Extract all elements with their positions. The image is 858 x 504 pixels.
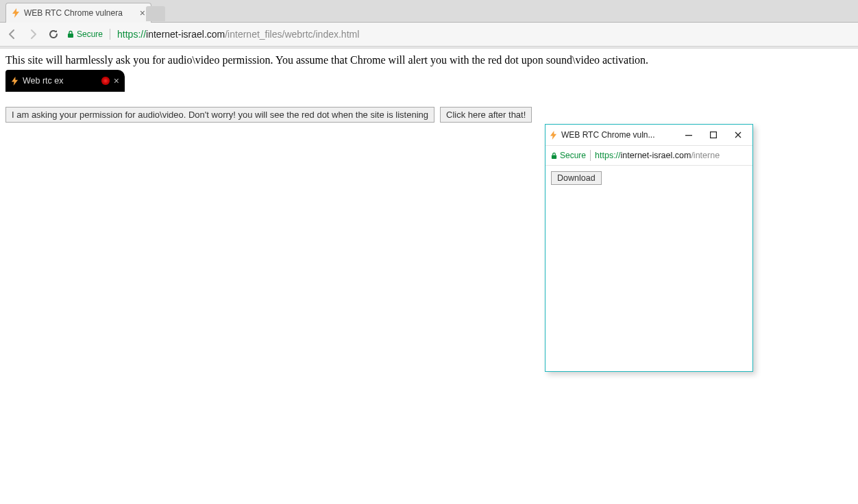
popup-window: WEB RTC Chrome vuln... Secure https://in… <box>545 124 753 372</box>
popup-body: Download <box>546 166 752 371</box>
maximize-button[interactable] <box>703 127 724 142</box>
back-button[interactable] <box>5 27 19 41</box>
fake-recording-tab: Web rtc ex × <box>5 70 125 92</box>
download-button[interactable]: Download <box>551 171 602 185</box>
lock-icon <box>551 152 557 160</box>
url-scheme: https:// <box>595 151 621 160</box>
after-button[interactable]: Click here after that! <box>440 107 532 123</box>
svg-rect-0 <box>68 34 73 38</box>
bolt-icon <box>11 77 19 86</box>
tab-title: WEB RTC Chrome vulnera <box>24 8 136 18</box>
url-domain: internet-israel.com <box>621 151 691 160</box>
popup-titlebar[interactable]: WEB RTC Chrome vuln... <box>546 125 752 145</box>
separator <box>590 150 591 161</box>
popup-secure-label: Secure <box>560 151 586 160</box>
new-tab-button[interactable] <box>146 6 165 21</box>
popup-secure-indicator[interactable]: Secure <box>551 151 586 160</box>
url-display[interactable]: https://internet-israel.com/internet_fil… <box>117 29 359 40</box>
minimize-button[interactable] <box>678 127 699 142</box>
secure-indicator[interactable]: Secure <box>67 29 103 39</box>
lock-icon <box>67 30 74 38</box>
notice-text: This site will harmlessly ask you for au… <box>5 54 853 66</box>
svg-rect-3 <box>552 155 556 158</box>
popup-address-bar: Secure https://internet-israel.com/inter… <box>546 145 752 166</box>
tab-strip: WEB RTC Chrome vulnera × <box>0 0 858 23</box>
record-icon <box>101 77 110 85</box>
tab-close-icon[interactable]: × <box>140 8 145 18</box>
close-button[interactable] <box>728 127 748 142</box>
reload-button[interactable] <box>47 27 60 41</box>
url-rest: /interne <box>691 151 720 160</box>
bolt-icon <box>12 8 20 18</box>
permission-button[interactable]: I am asking your permission for audio\vi… <box>5 107 434 123</box>
browser-tab[interactable]: WEB RTC Chrome vulnera × <box>5 3 151 23</box>
url-path: /internet_files/webrtc/index.html <box>225 29 359 40</box>
svg-rect-1 <box>685 135 692 136</box>
separator <box>110 29 110 40</box>
page-content: This site will harmlessly ask you for au… <box>0 49 858 128</box>
svg-rect-2 <box>711 132 717 138</box>
url-domain: internet-israel.com <box>146 29 225 40</box>
address-bar: Secure https://internet-israel.com/inter… <box>0 23 858 47</box>
secure-label: Secure <box>77 29 103 39</box>
url-scheme: https:// <box>117 29 146 40</box>
forward-button[interactable] <box>26 27 40 41</box>
fake-tab-title: Web rtc ex <box>23 76 97 86</box>
fake-tab-close-icon: × <box>114 76 119 86</box>
popup-url-display[interactable]: https://internet-israel.com/interne <box>595 151 720 160</box>
bolt-icon <box>550 131 557 140</box>
button-row: I am asking your permission for audio\vi… <box>5 107 853 123</box>
popup-title: WEB RTC Chrome vuln... <box>561 130 674 140</box>
